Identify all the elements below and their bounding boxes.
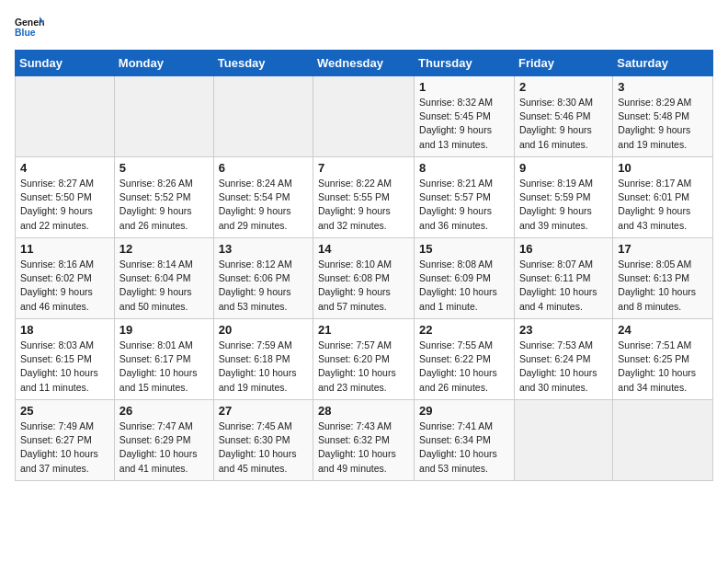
header-cell-saturday: Saturday bbox=[613, 51, 713, 76]
day-info: Sunrise: 8:10 AMSunset: 6:08 PMDaylight:… bbox=[318, 258, 409, 314]
day-number: 8 bbox=[419, 161, 509, 175]
day-cell: 5Sunrise: 8:26 AMSunset: 5:52 PMDaylight… bbox=[114, 157, 213, 238]
day-info: Sunrise: 7:47 AMSunset: 6:29 PMDaylight:… bbox=[119, 419, 209, 476]
day-number: 19 bbox=[119, 323, 209, 337]
day-cell bbox=[514, 400, 612, 481]
day-number: 12 bbox=[119, 242, 209, 256]
day-cell: 11Sunrise: 8:16 AMSunset: 6:02 PMDayligh… bbox=[16, 238, 115, 319]
day-cell bbox=[213, 76, 313, 157]
day-cell: 8Sunrise: 8:21 AMSunset: 5:57 PMDaylight… bbox=[415, 157, 515, 238]
day-number: 24 bbox=[618, 323, 708, 337]
day-number: 22 bbox=[419, 323, 509, 337]
day-cell: 23Sunrise: 7:53 AMSunset: 6:24 PMDayligh… bbox=[514, 319, 612, 400]
day-number: 29 bbox=[419, 404, 509, 418]
day-info: Sunrise: 7:53 AMSunset: 6:24 PMDaylight:… bbox=[519, 339, 608, 395]
day-info: Sunrise: 7:51 AMSunset: 6:25 PMDaylight:… bbox=[618, 339, 708, 395]
day-number: 14 bbox=[318, 242, 409, 256]
header-row: SundayMondayTuesdayWednesdayThursdayFrid… bbox=[16, 51, 713, 76]
day-number: 7 bbox=[318, 161, 409, 175]
day-number: 5 bbox=[119, 161, 209, 175]
day-cell bbox=[613, 400, 713, 481]
week-row-2: 4Sunrise: 8:27 AMSunset: 5:50 PMDaylight… bbox=[16, 157, 713, 238]
header-cell-tuesday: Tuesday bbox=[213, 51, 313, 76]
day-cell bbox=[16, 76, 115, 157]
day-cell: 9Sunrise: 8:19 AMSunset: 5:59 PMDaylight… bbox=[514, 157, 612, 238]
day-number: 1 bbox=[419, 80, 509, 94]
day-info: Sunrise: 8:27 AMSunset: 5:50 PMDaylight:… bbox=[20, 177, 109, 233]
page-header: General Blue bbox=[15, 15, 713, 40]
day-number: 6 bbox=[219, 161, 308, 175]
day-cell: 4Sunrise: 8:27 AMSunset: 5:50 PMDaylight… bbox=[16, 157, 115, 238]
day-number: 28 bbox=[318, 404, 409, 418]
day-cell: 14Sunrise: 8:10 AMSunset: 6:08 PMDayligh… bbox=[313, 238, 415, 319]
week-row-3: 11Sunrise: 8:16 AMSunset: 6:02 PMDayligh… bbox=[16, 238, 713, 319]
day-info: Sunrise: 8:05 AMSunset: 6:13 PMDaylight:… bbox=[618, 258, 708, 314]
day-info: Sunrise: 7:57 AMSunset: 6:20 PMDaylight:… bbox=[318, 339, 409, 395]
week-row-4: 18Sunrise: 8:03 AMSunset: 6:15 PMDayligh… bbox=[16, 319, 713, 400]
day-cell: 17Sunrise: 8:05 AMSunset: 6:13 PMDayligh… bbox=[613, 238, 713, 319]
day-cell bbox=[313, 76, 415, 157]
day-cell: 16Sunrise: 8:07 AMSunset: 6:11 PMDayligh… bbox=[514, 238, 612, 319]
day-cell: 1Sunrise: 8:32 AMSunset: 5:45 PMDaylight… bbox=[415, 76, 515, 157]
day-info: Sunrise: 7:43 AMSunset: 6:32 PMDaylight:… bbox=[318, 419, 409, 476]
day-cell: 2Sunrise: 8:30 AMSunset: 5:46 PMDaylight… bbox=[514, 76, 612, 157]
day-cell: 27Sunrise: 7:45 AMSunset: 6:30 PMDayligh… bbox=[213, 400, 313, 481]
day-cell: 13Sunrise: 8:12 AMSunset: 6:06 PMDayligh… bbox=[213, 238, 313, 319]
day-cell: 24Sunrise: 7:51 AMSunset: 6:25 PMDayligh… bbox=[613, 319, 713, 400]
day-info: Sunrise: 7:41 AMSunset: 6:34 PMDaylight:… bbox=[419, 419, 509, 476]
day-cell: 15Sunrise: 8:08 AMSunset: 6:09 PMDayligh… bbox=[415, 238, 515, 319]
day-number: 10 bbox=[618, 161, 708, 175]
day-cell: 10Sunrise: 8:17 AMSunset: 6:01 PMDayligh… bbox=[613, 157, 713, 238]
day-number: 3 bbox=[618, 80, 708, 94]
day-cell: 22Sunrise: 7:55 AMSunset: 6:22 PMDayligh… bbox=[415, 319, 515, 400]
day-info: Sunrise: 8:22 AMSunset: 5:55 PMDaylight:… bbox=[318, 177, 409, 233]
day-cell: 26Sunrise: 7:47 AMSunset: 6:29 PMDayligh… bbox=[114, 400, 213, 481]
day-info: Sunrise: 8:26 AMSunset: 5:52 PMDaylight:… bbox=[119, 177, 209, 233]
day-info: Sunrise: 8:08 AMSunset: 6:09 PMDaylight:… bbox=[419, 258, 509, 314]
day-info: Sunrise: 8:19 AMSunset: 5:59 PMDaylight:… bbox=[519, 177, 608, 233]
day-number: 23 bbox=[519, 323, 608, 337]
day-cell: 29Sunrise: 7:41 AMSunset: 6:34 PMDayligh… bbox=[415, 400, 515, 481]
day-info: Sunrise: 7:59 AMSunset: 6:18 PMDaylight:… bbox=[219, 339, 308, 395]
day-cell: 12Sunrise: 8:14 AMSunset: 6:04 PMDayligh… bbox=[114, 238, 213, 319]
day-info: Sunrise: 8:30 AMSunset: 5:46 PMDaylight:… bbox=[519, 96, 608, 152]
day-number: 15 bbox=[419, 242, 509, 256]
day-cell: 25Sunrise: 7:49 AMSunset: 6:27 PMDayligh… bbox=[16, 400, 115, 481]
day-info: Sunrise: 8:01 AMSunset: 6:17 PMDaylight:… bbox=[119, 339, 209, 395]
header-cell-friday: Friday bbox=[514, 51, 612, 76]
day-cell: 20Sunrise: 7:59 AMSunset: 6:18 PMDayligh… bbox=[213, 319, 313, 400]
day-number: 26 bbox=[119, 404, 209, 418]
day-number: 21 bbox=[318, 323, 409, 337]
day-info: Sunrise: 7:55 AMSunset: 6:22 PMDaylight:… bbox=[419, 339, 509, 395]
day-info: Sunrise: 8:03 AMSunset: 6:15 PMDaylight:… bbox=[20, 339, 109, 395]
day-info: Sunrise: 8:29 AMSunset: 5:48 PMDaylight:… bbox=[618, 96, 708, 152]
day-info: Sunrise: 8:17 AMSunset: 6:01 PMDaylight:… bbox=[618, 177, 708, 233]
day-number: 16 bbox=[519, 242, 608, 256]
day-info: Sunrise: 8:07 AMSunset: 6:11 PMDaylight:… bbox=[519, 258, 608, 314]
day-number: 13 bbox=[219, 242, 308, 256]
day-cell: 7Sunrise: 8:22 AMSunset: 5:55 PMDaylight… bbox=[313, 157, 415, 238]
day-info: Sunrise: 7:49 AMSunset: 6:27 PMDaylight:… bbox=[20, 419, 109, 476]
day-cell: 3Sunrise: 8:29 AMSunset: 5:48 PMDaylight… bbox=[613, 76, 713, 157]
day-info: Sunrise: 8:16 AMSunset: 6:02 PMDaylight:… bbox=[20, 258, 109, 314]
day-info: Sunrise: 8:32 AMSunset: 5:45 PMDaylight:… bbox=[419, 96, 509, 152]
day-info: Sunrise: 8:24 AMSunset: 5:54 PMDaylight:… bbox=[219, 177, 308, 233]
day-info: Sunrise: 8:21 AMSunset: 5:57 PMDaylight:… bbox=[419, 177, 509, 233]
header-cell-monday: Monday bbox=[114, 51, 213, 76]
week-row-1: 1Sunrise: 8:32 AMSunset: 5:45 PMDaylight… bbox=[16, 76, 713, 157]
day-info: Sunrise: 7:45 AMSunset: 6:30 PMDaylight:… bbox=[219, 419, 308, 476]
day-cell bbox=[114, 76, 213, 157]
day-number: 17 bbox=[618, 242, 708, 256]
day-info: Sunrise: 8:12 AMSunset: 6:06 PMDaylight:… bbox=[219, 258, 308, 314]
svg-text:Blue: Blue bbox=[15, 28, 36, 38]
day-number: 11 bbox=[20, 242, 109, 256]
header-cell-wednesday: Wednesday bbox=[313, 51, 415, 76]
day-number: 18 bbox=[20, 323, 109, 337]
header-cell-thursday: Thursday bbox=[415, 51, 515, 76]
day-number: 4 bbox=[20, 161, 109, 175]
logo-icon: General Blue bbox=[15, 15, 44, 40]
header-cell-sunday: Sunday bbox=[16, 51, 115, 76]
day-info: Sunrise: 8:14 AMSunset: 6:04 PMDaylight:… bbox=[119, 258, 209, 314]
day-cell: 19Sunrise: 8:01 AMSunset: 6:17 PMDayligh… bbox=[114, 319, 213, 400]
day-number: 20 bbox=[219, 323, 308, 337]
